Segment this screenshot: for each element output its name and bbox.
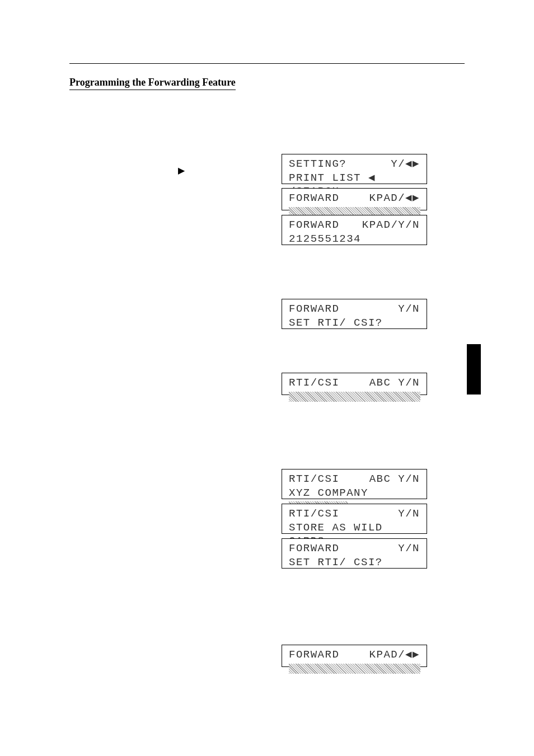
- display-text: FORWARD: [289, 302, 339, 316]
- display-text: FORWARD: [289, 191, 339, 205]
- header-divider: [69, 63, 465, 64]
- side-tab-marker: [467, 344, 481, 395]
- display-text: SET RTI/ CSI?: [289, 316, 420, 330]
- display-text: KPAD/◀▶: [369, 191, 420, 205]
- section-title: Programming the Forwarding Feature: [69, 77, 236, 90]
- display-text: RTI/CSI: [289, 472, 339, 486]
- lcd-display-wildcard: RTI/CSI Y/N STORE AS WILD CARD?: [282, 504, 427, 534]
- right-arrow-icon: ▶: [178, 165, 185, 176]
- display-text: RTI/CSI: [289, 507, 339, 521]
- display-text: Y/N: [398, 542, 420, 556]
- lcd-display-forward-kpad-2: FORWARD KPAD/◀▶: [282, 645, 427, 667]
- display-text: Y/◀▶: [391, 157, 420, 171]
- input-cursor-area: [289, 392, 420, 402]
- lcd-display-rti-csi-company: RTI/CSI ABC Y/N XYZ COMPANY: [282, 469, 427, 499]
- display-text: Y/N: [398, 302, 420, 316]
- input-cursor-area: [289, 664, 420, 674]
- display-text: ABC Y/N: [369, 376, 420, 390]
- lcd-display-rti-csi-abc: RTI/CSI ABC Y/N: [282, 373, 427, 395]
- display-text: XYZ COMPANY: [289, 487, 368, 499]
- display-text: KPAD/◀▶: [369, 648, 420, 662]
- lcd-display-set-rti-csi: FORWARD Y/N SET RTI/ CSI?: [282, 299, 427, 329]
- display-text: RTI/CSI: [289, 376, 339, 390]
- display-text: KPAD/Y/N: [362, 218, 420, 232]
- lcd-display-forward-kpad: FORWARD KPAD/◀▶: [282, 188, 427, 210]
- display-text: FORWARD: [289, 218, 339, 232]
- display-text: FORWARD: [289, 648, 339, 662]
- display-text: ABC Y/N: [369, 472, 420, 486]
- display-text: 2125551234: [289, 232, 420, 246]
- display-text: SETTING?: [289, 157, 346, 171]
- display-text: SET RTI/ CSI?: [289, 556, 420, 570]
- lcd-display-setting: SETTING? Y/◀▶ PRINT LIST ◀ /SEARCH ▶: [282, 154, 427, 184]
- lcd-display-forward-number: FORWARD KPAD/Y/N 2125551234: [282, 215, 427, 245]
- display-text: Y/N: [398, 507, 420, 521]
- display-text: FORWARD: [289, 542, 339, 556]
- lcd-display-set-rti-csi-2: FORWARD Y/N SET RTI/ CSI?: [282, 538, 427, 569]
